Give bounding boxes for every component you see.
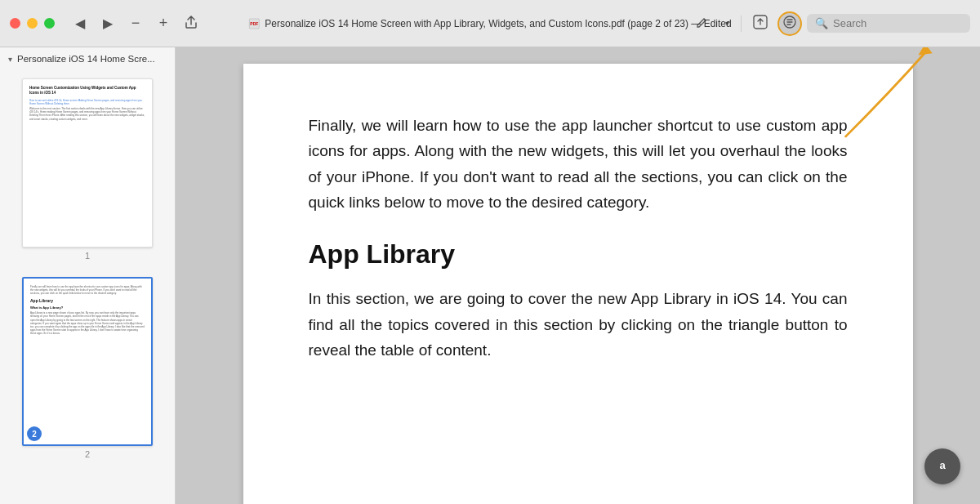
zoom-in-icon: + <box>159 15 168 32</box>
title-area: PDF Personalize iOS 14 Home Screen with … <box>248 18 731 29</box>
thumb1-title: Home Screen Customization Using Widgets … <box>29 86 145 96</box>
title-bar: ◀ ▶ − + PDF Personalize iOS 14 Home Scre… <box>0 0 980 47</box>
upload-button[interactable] <box>748 11 773 36</box>
toolbar-right: ▾ 🔍 <box>690 11 970 36</box>
thumbnail-1[interactable]: Home Screen Customization Using Widgets … <box>22 78 153 248</box>
thumb2-body: App Library is a new page shown of your … <box>30 311 145 335</box>
nav-forward-button[interactable]: ▶ <box>96 11 120 36</box>
thumbnail-2[interactable]: Finally, we will learn how to use the ap… <box>22 277 153 446</box>
thumb2-subheading: What is App Library? <box>30 306 145 310</box>
sidebar: ▾ Personalize iOS 14 Home Scre... Home S… <box>0 47 176 504</box>
thumbnail-2-container: Finally, we will learn how to use the ap… <box>22 277 153 459</box>
thumb1-body: Welcome to the next section. The first s… <box>29 107 145 121</box>
close-button[interactable] <box>10 18 20 29</box>
toolbar-left: ◀ ▶ − + <box>68 11 203 36</box>
toolbar-separator <box>741 16 742 32</box>
thumbnail-list: Home Screen Customization Using Widgets … <box>0 70 175 467</box>
thumb2-heading: App Library <box>30 298 145 304</box>
zoom-out-button[interactable]: − <box>123 11 148 36</box>
toc-icon <box>783 16 796 32</box>
sidebar-doc-title: Personalize iOS 14 Home Scre... <box>17 54 155 64</box>
svg-text:a: a <box>939 458 946 471</box>
thumbnail-1-container: Home Screen Customization Using Widgets … <box>22 78 153 261</box>
sidebar-chevron-icon: ▾ <box>8 55 12 64</box>
document-viewer[interactable]: Finally, we will learn how to use the ap… <box>176 47 980 504</box>
upload-icon <box>753 15 768 33</box>
thumb2-badge: 2 <box>27 426 42 441</box>
window-title: Personalize iOS 14 Home Screen with App … <box>265 18 731 29</box>
floating-action-button[interactable]: a <box>924 448 960 484</box>
zoom-out-icon: − <box>131 15 140 32</box>
share-icon <box>185 15 198 32</box>
document-body-paragraph: Finally, we will learn how to use the ap… <box>309 113 848 215</box>
window-controls <box>10 18 55 29</box>
chevron-right-icon: ▶ <box>103 16 113 31</box>
nav-back-button[interactable]: ◀ <box>68 11 92 36</box>
svg-marker-4 <box>918 47 932 56</box>
thumb2-para: Finally, we will learn how to use the ap… <box>30 285 145 296</box>
maximize-button[interactable] <box>44 18 55 29</box>
toc-button[interactable] <box>777 11 802 36</box>
pdf-icon: PDF <box>248 18 260 29</box>
search-icon: 🔍 <box>815 17 828 29</box>
minimize-button[interactable] <box>27 18 38 29</box>
document-section-heading: App Library <box>309 239 848 270</box>
sidebar-header[interactable]: ▾ Personalize iOS 14 Home Scre... <box>0 47 175 70</box>
thumb2-page-num: 2 <box>85 449 90 459</box>
chevron-left-icon: ◀ <box>75 16 85 31</box>
document-section-body: In this section, we are going to cover t… <box>309 286 848 363</box>
thumb1-page-num: 1 <box>85 251 90 261</box>
document-page: Finally, we will learn how to use the ap… <box>243 64 913 504</box>
search-input[interactable] <box>833 17 962 29</box>
thumb1-links: How to use and utilize iOS 14, Home scre… <box>29 99 145 105</box>
search-box[interactable]: 🔍 <box>807 14 970 33</box>
zoom-in-button[interactable]: + <box>151 11 176 36</box>
fab-icon: a <box>933 456 951 478</box>
svg-text:PDF: PDF <box>250 21 258 26</box>
main-area: ▾ Personalize iOS 14 Home Scre... Home S… <box>0 47 980 504</box>
share-button[interactable] <box>179 11 203 36</box>
